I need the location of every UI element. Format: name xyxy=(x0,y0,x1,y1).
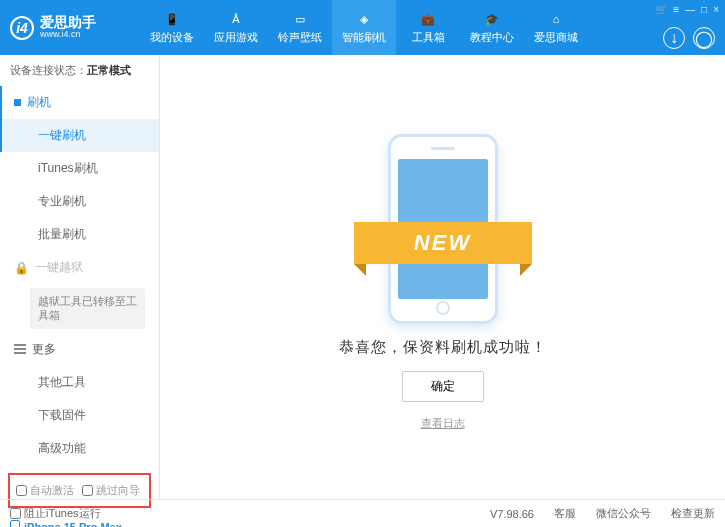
phone-illustration: NEW xyxy=(378,124,508,324)
section-flash[interactable]: 刷机 xyxy=(0,86,159,119)
view-log-link[interactable]: 查看日志 xyxy=(421,416,465,431)
profile-button[interactable]: ◯ xyxy=(693,27,715,49)
main-content: NEW 恭喜您，保资料刷机成功啦！ 确定 查看日志 xyxy=(160,55,725,499)
window-controls: 🛒 ≡ — □ × xyxy=(655,4,719,15)
auto-activate-checkbox[interactable]: 自动激活 xyxy=(16,483,74,498)
success-message: 恭喜您，保资料刷机成功啦！ xyxy=(339,338,547,357)
sidebar-item-oneclick[interactable]: 一键刷机 xyxy=(0,119,159,152)
logo-title: 爱思助手 xyxy=(40,15,96,30)
lock-icon: 🔒 xyxy=(14,261,29,275)
tab-my-device[interactable]: 📱我的设备 xyxy=(140,0,204,55)
flash-icon: ◈ xyxy=(355,10,373,28)
logo-subtitle: www.i4.cn xyxy=(40,30,96,40)
tab-tutorials[interactable]: 🎓教程中心 xyxy=(460,0,524,55)
menu-icon[interactable]: ≡ xyxy=(673,4,679,15)
sidebar-item-other[interactable]: 其他工具 xyxy=(0,366,159,399)
sidebar-item-pro[interactable]: 专业刷机 xyxy=(0,185,159,218)
tab-apps[interactable]: Å应用游戏 xyxy=(204,0,268,55)
more-icon xyxy=(14,344,26,354)
jailbreak-notice: 越狱工具已转移至工具箱 xyxy=(30,288,145,329)
sidebar-item-itunes[interactable]: iTunes刷机 xyxy=(0,152,159,185)
logo-icon: i4 xyxy=(10,16,34,40)
footer: 阻止iTunes运行 V7.98.66 客服 微信公众号 检查更新 xyxy=(0,499,725,527)
sidebar: 设备连接状态：正常模式 刷机 一键刷机 iTunes刷机 专业刷机 批量刷机 🔒… xyxy=(0,55,160,499)
sidebar-item-batch[interactable]: 批量刷机 xyxy=(0,218,159,251)
tab-ringtones[interactable]: ▭铃声壁纸 xyxy=(268,0,332,55)
store-icon: ⌂ xyxy=(547,10,565,28)
support-link[interactable]: 客服 xyxy=(554,506,576,521)
update-link[interactable]: 检查更新 xyxy=(671,506,715,521)
tutorial-icon: 🎓 xyxy=(483,10,501,28)
tab-smart-flash[interactable]: ◈智能刷机 xyxy=(332,0,396,55)
section-jailbreak: 🔒一键越狱 xyxy=(0,251,159,284)
tab-toolbox[interactable]: 💼工具箱 xyxy=(396,0,460,55)
section-more[interactable]: 更多 xyxy=(0,333,159,366)
skip-setup-checkbox[interactable]: 跳过向导 xyxy=(82,483,140,498)
new-ribbon: NEW xyxy=(354,222,532,264)
block-itunes-checkbox[interactable]: 阻止iTunes运行 xyxy=(10,506,101,521)
close-button[interactable]: × xyxy=(713,4,719,15)
wechat-link[interactable]: 微信公众号 xyxy=(596,506,651,521)
flash-section-icon xyxy=(14,99,21,106)
sidebar-item-advanced[interactable]: 高级功能 xyxy=(0,432,159,465)
logo: i4 爱思助手 www.i4.cn xyxy=(10,15,140,40)
maximize-button[interactable]: □ xyxy=(701,4,707,15)
sidebar-item-download[interactable]: 下载固件 xyxy=(0,399,159,432)
apps-icon: Å xyxy=(227,10,245,28)
wallpaper-icon: ▭ xyxy=(291,10,309,28)
cart-icon[interactable]: 🛒 xyxy=(655,4,667,15)
device-status: 设备连接状态：正常模式 xyxy=(0,55,159,86)
download-button[interactable]: ↓ xyxy=(663,27,685,49)
device-icon: 📱 xyxy=(163,10,181,28)
version-label: V7.98.66 xyxy=(490,508,534,520)
ok-button[interactable]: 确定 xyxy=(402,371,484,402)
tab-store[interactable]: ⌂爱思商城 xyxy=(524,0,588,55)
toolbox-icon: 💼 xyxy=(419,10,437,28)
app-header: i4 爱思助手 www.i4.cn 📱我的设备 Å应用游戏 ▭铃声壁纸 ◈智能刷… xyxy=(0,0,725,55)
nav-tabs: 📱我的设备 Å应用游戏 ▭铃声壁纸 ◈智能刷机 💼工具箱 🎓教程中心 ⌂爱思商城 xyxy=(140,0,588,55)
minimize-button[interactable]: — xyxy=(685,4,695,15)
